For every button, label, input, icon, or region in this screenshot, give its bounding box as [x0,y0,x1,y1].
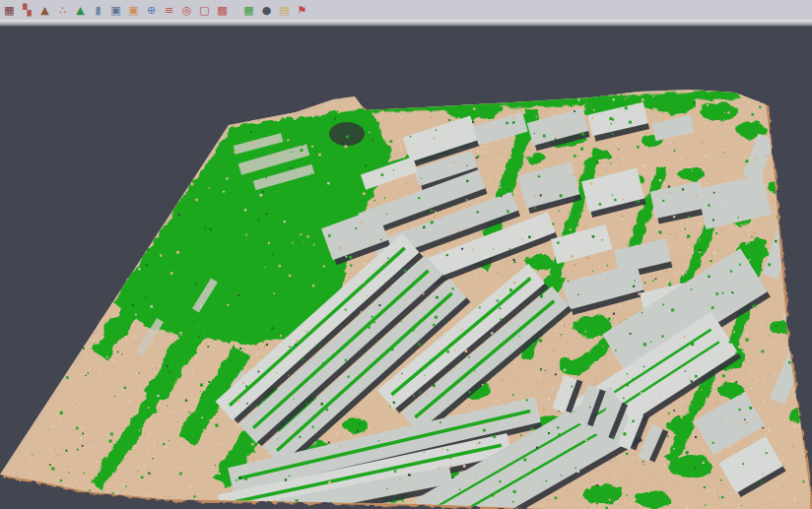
vegetation-patch [572,314,611,336]
vegetation-patch [767,318,790,332]
toolbar-edge-divider [0,20,812,27]
vegetation-patch [633,488,668,506]
vegetation-patch [786,407,806,420]
layer-list-tool-icon[interactable]: ≡ [162,3,176,18]
vegetation-patch [341,415,369,431]
fit-selection-tool-icon[interactable]: ▢ [197,3,212,18]
texture-mosaic-tool-icon[interactable]: ▦ [2,3,17,18]
vegetation-patch [698,100,737,118]
mesh-tool-icon[interactable]: ▤ [277,3,292,18]
clip-region-tool-icon[interactable]: ▩ [215,3,230,18]
point-cloud-canvas [0,27,812,509]
vegetation-patch [767,179,790,195]
terrain-green-tool-icon[interactable]: ▲ [73,3,88,18]
point-cloud-terrain [0,89,812,509]
shadowed-trees-patch [329,122,365,146]
building [782,268,812,323]
vegetation-patch [558,356,585,372]
registration-tool-icon[interactable]: ▚ [20,3,34,18]
vegetation-patch [525,152,545,163]
classification-map-tool-icon[interactable]: ▦ [241,3,256,18]
globe-tool-icon[interactable]: ⊕ [144,3,159,18]
panel-orange-tool-icon[interactable]: ▣ [126,3,141,18]
vegetation-patch [666,453,710,477]
vegetation-patch [733,119,765,137]
vegetation-patch [715,381,743,397]
vegetation-patch [589,147,609,159]
3d-viewport[interactable] [0,27,812,509]
vegetation-patch [643,93,694,112]
vegetation-patch [666,415,694,431]
panel-blue-tool-icon[interactable]: ▣ [108,3,123,18]
flag-tool-icon[interactable]: ⚑ [295,3,309,18]
sphere-render-tool-icon[interactable]: ● [259,3,274,18]
vegetation-patch [678,165,702,179]
toolbar-separator [233,3,238,18]
terrain-brown-tool-icon[interactable]: ▲ [37,3,52,18]
toolbar: ▦▚▲∴▲▮▣▣⊕≡◎▢▩▦●▤⚑ [0,0,812,20]
point-sampling-tool-icon[interactable]: ∴ [55,3,70,18]
profile-tool-icon[interactable]: ▮ [91,3,105,18]
target-tool-icon[interactable]: ◎ [179,3,194,18]
